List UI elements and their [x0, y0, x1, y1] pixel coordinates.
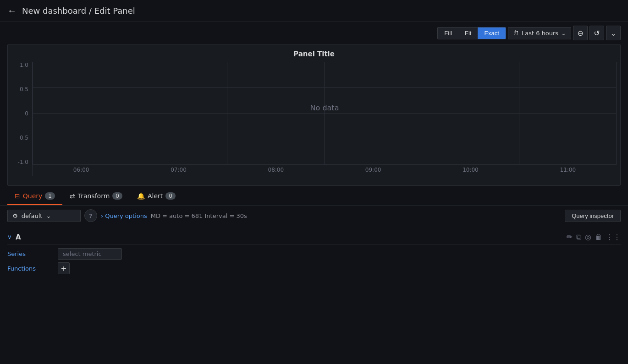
transform-tab-icon: ⇄ [70, 192, 75, 200]
x-axis: 06:00 07:00 08:00 09:00 10:00 11:00 [33, 165, 617, 176]
top-toolbar: Fill Fit Exact ⏱ Last 6 hours ⌄ ⊖ ↺ ⌄ [0, 22, 628, 44]
time-range-picker[interactable]: ⏱ Last 6 hours ⌄ [508, 27, 571, 39]
help-icon: ? [89, 212, 93, 219]
y-axis-label: 0 [25, 110, 28, 117]
transform-tab-badge: 0 [112, 192, 122, 200]
vgrid-line [227, 62, 227, 165]
query-label: A [16, 233, 21, 241]
collapse-button[interactable]: ∨ [7, 234, 12, 240]
no-data-label: No data [310, 103, 339, 112]
back-button[interactable]: ← [7, 5, 17, 16]
exact-button[interactable]: Exact [478, 27, 506, 39]
y-axis-label: -1.0 [18, 159, 28, 165]
time-range-label: Last 6 hours [522, 30, 558, 37]
y-axis: 1.0 0.5 0 -0.5 -1.0 [11, 62, 32, 176]
page-title: New dashboard / Edit Panel [22, 6, 135, 16]
x-axis-label: 08:00 [227, 167, 325, 176]
datasource-icon: ⚙ [12, 212, 18, 219]
chart-inner: 1.0 0.5 0 -0.5 -1.0 No d [11, 62, 617, 176]
series-label: Series [7, 250, 58, 257]
copy-icon[interactable]: ⧉ [576, 233, 581, 241]
transform-tab-label: Transform [78, 192, 110, 200]
vgrid-line [33, 62, 33, 165]
delete-icon[interactable]: 🗑 [595, 233, 602, 241]
tab-alert[interactable]: 🔔 Alert 0 [130, 188, 183, 205]
query-editor: ∨ A ✏ ⧉ ◎ 🗑 ⋮⋮ Series select metric Func… [0, 226, 628, 281]
query-meta-label: MD = auto = 681 Interval = 30s [151, 212, 247, 219]
vgrid-line [616, 62, 617, 165]
clock-icon: ⏱ [513, 30, 519, 37]
collapse-icon: ∨ [7, 234, 12, 240]
alert-tab-badge: 0 [165, 192, 176, 200]
more-menu-button[interactable]: ⌄ [606, 26, 621, 40]
vgrid-line [324, 62, 325, 165]
fill-button[interactable]: Fill [438, 27, 458, 39]
zoom-out-icon: ⊖ [577, 29, 583, 38]
view-mode-group: Fill Fit Exact [437, 27, 506, 39]
query-tab-badge: 1 [45, 192, 55, 200]
y-axis-label: 0.5 [20, 86, 28, 92]
x-axis-label: 07:00 [130, 167, 227, 176]
x-axis-label: 09:00 [325, 167, 422, 176]
edit-icon[interactable]: ✏ [567, 233, 573, 241]
datasource-select[interactable]: ⚙ default ⌄ [7, 210, 81, 222]
add-function-button[interactable]: + [58, 262, 70, 274]
query-options-label: Query options [105, 212, 147, 219]
tab-transform[interactable]: ⇄ Transform 0 [62, 188, 130, 205]
chart-title: Panel Title [8, 50, 620, 58]
series-row: Series select metric [7, 248, 621, 260]
x-axis-label: 06:00 [33, 167, 130, 176]
y-axis-label: -0.5 [18, 135, 28, 141]
query-tab-label: Query [23, 192, 43, 200]
vgrid-line [519, 62, 519, 165]
hide-icon[interactable]: ◎ [585, 233, 591, 241]
vgrid-line [422, 62, 422, 165]
vgrid-line [130, 62, 130, 165]
help-button[interactable]: ? [84, 209, 97, 222]
y-axis-label: 1.0 [20, 62, 28, 68]
query-tab-icon: ⊟ [15, 192, 20, 200]
x-axis-label: 11:00 [519, 167, 617, 176]
functions-label: Functions [7, 265, 58, 272]
query-options-bar: ⚙ default ⌄ ? › Query options MD = auto … [0, 206, 628, 226]
x-axis-label: 10:00 [422, 167, 519, 176]
tabs-bar: ⊟ Query 1 ⇄ Transform 0 🔔 Alert 0 [0, 188, 628, 206]
metric-select[interactable]: select metric [58, 248, 122, 260]
chart-body: No data 06:00 07:00 08:00 09:00 10:00 11… [32, 62, 617, 176]
alert-tab-label: Alert [148, 192, 163, 200]
header: ← New dashboard / Edit Panel [0, 0, 628, 22]
query-options-expand[interactable]: › Query options [101, 212, 147, 219]
drag-handle-icon[interactable]: ⋮⋮ [606, 233, 621, 241]
chart-panel: Panel Title 1.0 0.5 0 -0.5 -1.0 [7, 44, 621, 186]
datasource-label: default [22, 212, 43, 219]
refresh-icon: ↺ [594, 29, 600, 38]
expand-icon: › [101, 212, 103, 219]
chevron-down-icon: ⌄ [610, 29, 616, 38]
alert-tab-icon: 🔔 [137, 192, 145, 200]
chevron-down-icon: ⌄ [561, 30, 566, 37]
query-inspector-button[interactable]: Query inspector [565, 210, 621, 222]
functions-row: Functions + [7, 262, 621, 274]
query-row-actions: ✏ ⧉ ◎ 🗑 ⋮⋮ [567, 233, 621, 241]
tab-query[interactable]: ⊟ Query 1 [7, 188, 62, 205]
query-row-header: ∨ A ✏ ⧉ ◎ 🗑 ⋮⋮ [7, 230, 621, 244]
zoom-out-button[interactable]: ⊖ [573, 26, 588, 40]
refresh-button[interactable]: ↺ [589, 26, 604, 40]
datasource-chevron-icon: ⌄ [46, 212, 51, 219]
fit-button[interactable]: Fit [458, 27, 478, 39]
chart-vgrid-lines [33, 62, 617, 165]
